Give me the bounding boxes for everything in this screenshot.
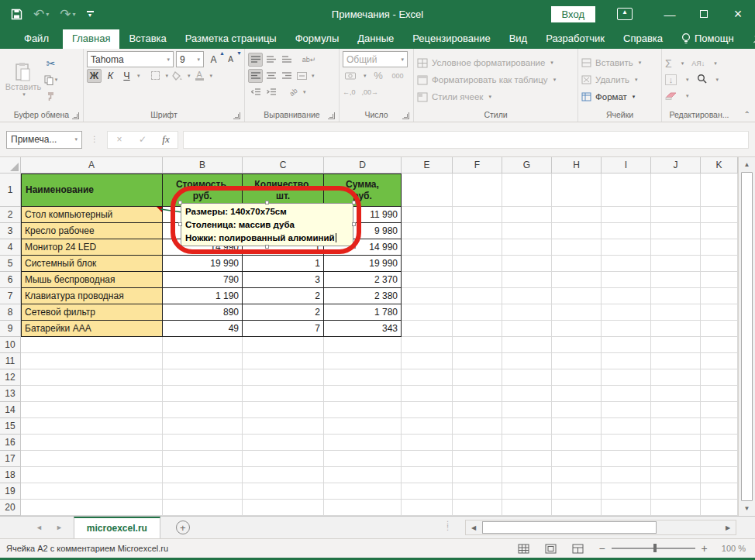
increase-font-icon[interactable]: А▲ [206, 53, 221, 67]
cell-K12[interactable] [701, 369, 738, 386]
autosum-icon[interactable]: Σ [665, 57, 672, 70]
cell-J11[interactable] [651, 353, 701, 369]
cell-styles-button[interactable]: Стили ячеек▾ [417, 89, 574, 105]
cell-K17[interactable] [701, 451, 738, 467]
ribbon-tab-2[interactable]: Вставка [119, 29, 175, 49]
cell-A19[interactable] [21, 483, 163, 500]
cell-F3[interactable] [453, 223, 502, 239]
cell-E4[interactable] [402, 239, 453, 256]
cell-F16[interactable] [453, 435, 502, 451]
cell-J13[interactable] [651, 386, 701, 402]
cell-I14[interactable] [602, 402, 651, 418]
cell-G10[interactable] [502, 337, 552, 353]
cell-E6[interactable] [402, 272, 453, 288]
align-top-icon[interactable] [248, 53, 263, 67]
cell-J16[interactable] [651, 435, 701, 451]
sort-filter-icon[interactable]: АЯ↓ [691, 60, 705, 67]
row-header-17[interactable]: 17 [0, 451, 21, 467]
cell-H18[interactable] [552, 467, 602, 483]
column-header-A[interactable]: A [21, 157, 163, 173]
cell-C12[interactable] [243, 369, 324, 386]
row-header-5[interactable]: 5 [0, 256, 21, 272]
cell-E12[interactable] [402, 369, 453, 386]
cell-G12[interactable] [502, 369, 552, 386]
cell-H7[interactable] [552, 288, 602, 304]
cell-H19[interactable] [552, 483, 602, 500]
cell-F4[interactable] [453, 239, 502, 256]
cell-C18[interactable] [243, 467, 324, 483]
comment-resize-handle[interactable] [265, 201, 269, 204]
merge-center-icon[interactable] [295, 69, 309, 83]
vertical-scrollbar[interactable]: ▲ ▼ [738, 157, 755, 516]
minimize-button[interactable]: — [653, 0, 687, 28]
insert-cells-button[interactable]: Вставить▾ [581, 55, 658, 70]
cell-F1[interactable] [453, 173, 502, 207]
row-header-18[interactable]: 18 [0, 467, 21, 483]
bold-button[interactable]: Ж [87, 69, 102, 83]
cell-I4[interactable] [602, 239, 651, 256]
horizontal-scrollbar[interactable]: ◀ ▶ [465, 520, 736, 535]
cell-J12[interactable] [651, 369, 701, 386]
align-left-icon[interactable] [248, 69, 263, 83]
column-header-F[interactable]: F [453, 157, 502, 173]
comment-resize-handle[interactable] [265, 245, 269, 249]
orientation-icon[interactable]: ab [283, 81, 303, 101]
increase-decimal-icon[interactable]: ←,0 [343, 88, 356, 96]
cell-J14[interactable] [651, 402, 701, 418]
cell-J6[interactable] [651, 272, 701, 288]
column-header-H[interactable]: H [552, 157, 602, 173]
cell-D17[interactable] [324, 451, 402, 467]
cell-I9[interactable] [602, 321, 651, 337]
borders-icon[interactable] [148, 69, 163, 83]
prev-sheet-icon[interactable]: ◄ [36, 524, 43, 531]
cell-D9[interactable]: 343 [324, 321, 402, 337]
cell-D19[interactable] [324, 483, 402, 500]
ribbon-tab-6[interactable]: Рецензирование [403, 29, 499, 49]
ribbon-tab-3[interactable]: Разметка страницы [176, 29, 286, 49]
cell-D16[interactable] [324, 435, 402, 451]
cell-G7[interactable] [502, 288, 552, 304]
cell-E15[interactable] [402, 418, 453, 435]
row-header-13[interactable]: 13 [0, 386, 21, 402]
cell-H3[interactable] [552, 223, 602, 239]
row-header-14[interactable]: 14 [0, 402, 21, 418]
cell-A4[interactable]: Монитор 24 LED [21, 239, 163, 256]
scroll-right-icon[interactable]: ▶ [720, 520, 736, 534]
name-box[interactable]: Примеча...▾ [6, 131, 82, 149]
cell-J2[interactable] [651, 207, 701, 223]
cell-I3[interactable] [602, 223, 651, 239]
cell-I5[interactable] [602, 256, 651, 272]
row-header-8[interactable]: 8 [0, 304, 21, 321]
clipboard-dialog-launcher[interactable] [72, 112, 79, 119]
cell-A7[interactable]: Клавиатура проводная [21, 288, 163, 304]
cell-E8[interactable] [402, 304, 453, 321]
cell-A8[interactable]: Сетевой фильтр [21, 304, 163, 321]
cell-A6[interactable]: Мышь беспроводная [21, 272, 163, 288]
italic-button[interactable]: К [103, 69, 118, 83]
cell-F20[interactable] [453, 500, 502, 516]
vertical-scroll-thumb[interactable] [741, 172, 753, 501]
cell-G19[interactable] [502, 483, 552, 500]
tabbar-splitter[interactable]: ⋮⋮ [444, 522, 451, 530]
comment-resize-handle[interactable] [178, 201, 182, 204]
cell-B11[interactable] [163, 353, 243, 369]
sign-in-button[interactable]: Вход [551, 6, 595, 22]
cell-G2[interactable] [502, 207, 552, 223]
fill-color-icon[interactable] [170, 69, 184, 83]
cell-D8[interactable]: 1 780 [324, 304, 402, 321]
cell-E19[interactable] [402, 483, 453, 500]
cell-C7[interactable]: 2 [243, 288, 324, 304]
cell-I15[interactable] [602, 418, 651, 435]
cell-G16[interactable] [502, 435, 552, 451]
cell-F14[interactable] [453, 402, 502, 418]
formula-input[interactable] [183, 131, 749, 149]
cell-D11[interactable] [324, 353, 402, 369]
cell-K1[interactable] [701, 173, 738, 207]
cell-J20[interactable] [651, 500, 701, 516]
cell-K9[interactable] [701, 321, 738, 337]
column-header-E[interactable]: E [402, 157, 453, 173]
cell-B7[interactable]: 1 190 [163, 288, 243, 304]
comment-resize-handle[interactable] [352, 245, 356, 249]
cell-B14[interactable] [163, 402, 243, 418]
cell-J7[interactable] [651, 288, 701, 304]
